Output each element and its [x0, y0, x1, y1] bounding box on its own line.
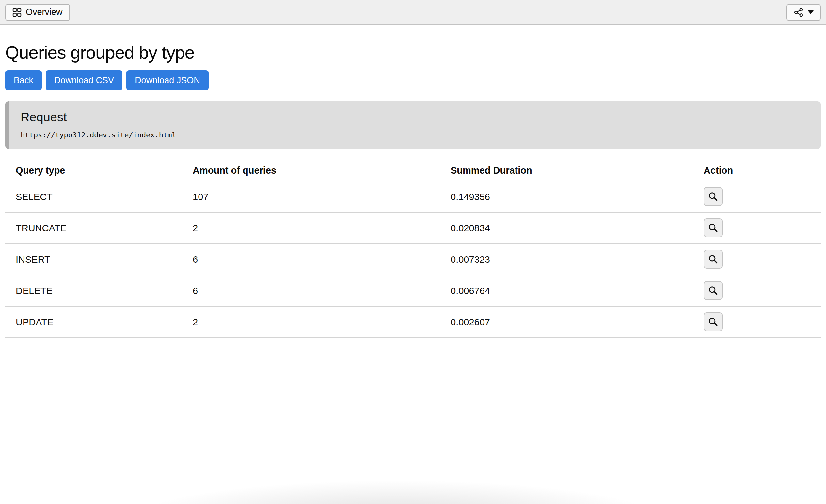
- request-panel: Request https://typo312.ddev.site/index.…: [5, 101, 821, 149]
- overview-button-label: Overview: [26, 7, 63, 17]
- cell-query-type: UPDATE: [5, 306, 182, 337]
- cell-amount: 107: [182, 181, 440, 212]
- queries-table: Query type Amount of queries Summed Dura…: [5, 157, 821, 338]
- panel-bottom-shadow: [0, 458, 826, 504]
- inspect-insert-queries-button[interactable]: [704, 250, 722, 269]
- column-header-amount: Amount of queries: [182, 157, 440, 181]
- column-header-action: Action: [693, 157, 821, 181]
- cell-duration: 0.007323: [440, 244, 693, 275]
- inspect-select-queries-button[interactable]: [704, 187, 722, 206]
- cell-amount: 2: [182, 212, 440, 244]
- search-icon: [708, 192, 718, 201]
- main-content: Queries grouped by type Back Download CS…: [0, 43, 826, 338]
- page-title: Queries grouped by type: [5, 43, 821, 63]
- column-header-duration: Summed Duration: [440, 157, 693, 181]
- grid-icon: [12, 8, 21, 17]
- cell-amount: 6: [182, 275, 440, 306]
- admin-panel-window: Overview Queries grouped by type Back Do…: [0, 0, 826, 338]
- cell-duration: 0.002607: [440, 306, 693, 337]
- overview-button[interactable]: Overview: [5, 4, 70, 21]
- download-csv-button[interactable]: Download CSV: [46, 70, 122, 90]
- cell-amount: 2: [182, 306, 440, 337]
- table-row: UPDATE 2 0.002607: [5, 306, 821, 337]
- inspect-update-queries-button[interactable]: [704, 312, 722, 331]
- cell-query-type: SELECT: [5, 181, 182, 212]
- search-icon: [708, 286, 718, 296]
- share-icon: [794, 7, 804, 17]
- cell-duration: 0.006764: [440, 275, 693, 306]
- table-row: TRUNCATE 2 0.020834: [5, 212, 821, 244]
- search-icon: [708, 223, 718, 233]
- download-json-button[interactable]: Download JSON: [126, 70, 209, 90]
- cell-duration: 0.020834: [440, 212, 693, 244]
- request-heading: Request: [20, 110, 810, 124]
- request-url: https://typo312.ddev.site/index.html: [20, 131, 810, 139]
- action-buttons: Back Download CSV Download JSON: [5, 70, 821, 90]
- table-row: SELECT 107 0.149356: [5, 181, 821, 212]
- caret-down-icon: [808, 10, 814, 14]
- cell-duration: 0.149356: [440, 181, 693, 212]
- inspect-truncate-queries-button[interactable]: [704, 218, 722, 237]
- column-header-query-type: Query type: [5, 157, 182, 181]
- cell-query-type: TRUNCATE: [5, 212, 182, 244]
- table-header-row: Query type Amount of queries Summed Dura…: [5, 157, 821, 181]
- cell-query-type: INSERT: [5, 244, 182, 275]
- share-dropdown-button[interactable]: [786, 4, 821, 21]
- topbar: Overview: [0, 0, 826, 25]
- table-row: INSERT 6 0.007323: [5, 244, 821, 275]
- search-icon: [708, 317, 718, 327]
- back-button[interactable]: Back: [5, 70, 42, 90]
- table-row: DELETE 6 0.006764: [5, 275, 821, 306]
- cell-amount: 6: [182, 244, 440, 275]
- search-icon: [708, 254, 718, 264]
- cell-query-type: DELETE: [5, 275, 182, 306]
- inspect-delete-queries-button[interactable]: [704, 281, 722, 300]
